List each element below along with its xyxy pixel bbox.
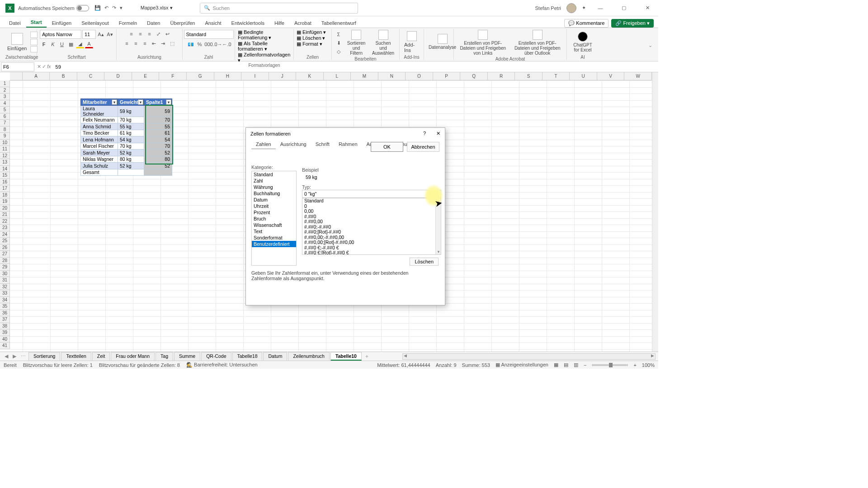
tab-acrobat[interactable]: Acrobat (290, 19, 316, 28)
filter-icon[interactable]: ▾ (138, 99, 143, 105)
maximize-button[interactable]: ▢ (615, 1, 633, 15)
delete-cells-button[interactable]: ▦ Löschen ▾ (297, 35, 325, 41)
delete-button[interactable]: Löschen (410, 258, 439, 266)
row-header-5[interactable]: 5 (0, 107, 9, 113)
percent-icon[interactable]: % (196, 40, 204, 48)
row-header-4[interactable]: 4 (0, 100, 9, 107)
align-center-icon[interactable]: ≡ (132, 39, 140, 47)
format-item[interactable]: #.##0 €;[Rot]-#.##0 € (302, 250, 441, 255)
accounting-icon[interactable]: 💶 (187, 40, 195, 48)
sheet-tab[interactable]: Tabelle18 (232, 352, 263, 361)
col-header-K[interactable]: K (296, 72, 324, 80)
col-header-C[interactable]: C (77, 72, 105, 80)
italic-icon[interactable]: K (49, 40, 57, 48)
border-icon[interactable]: ▦ (67, 40, 75, 48)
comma-icon[interactable]: 000 (205, 40, 213, 48)
row-header-21[interactable]: 21 (0, 211, 9, 218)
row-header-39[interactable]: 39 (0, 329, 9, 336)
autosave-toggle[interactable]: Automatisches Speichern (18, 5, 89, 11)
row-header-26[interactable]: 26 (0, 244, 9, 251)
row-header-25[interactable]: 25 (0, 238, 9, 244)
format-item[interactable]: #.##0,00;[Rot]-#.##0,00 (302, 240, 441, 245)
user-name[interactable]: Stefan Petri (535, 5, 561, 11)
format-item[interactable]: #.##0,00 (302, 219, 441, 225)
ok-button[interactable]: OK (371, 142, 403, 152)
row-header-16[interactable]: 16 (0, 179, 9, 186)
category-item[interactable]: Buchhaltung (252, 190, 296, 197)
filter-icon[interactable]: ▾ (112, 99, 117, 105)
format-item[interactable]: Standard (302, 198, 441, 204)
undo-icon[interactable]: ↶ (104, 5, 108, 11)
sparkle-icon[interactable]: ✦ (582, 5, 586, 11)
row-header-32[interactable]: 32 (0, 284, 9, 291)
comments-button[interactable]: 💬 Kommentare (564, 19, 609, 28)
row-header-2[interactable]: 2 (0, 87, 9, 94)
insert-cells-button[interactable]: ▦ Einfügen ▾ (297, 29, 326, 35)
tab-formeln[interactable]: Formeln (114, 19, 142, 28)
align-top-icon[interactable]: ≡ (127, 30, 136, 38)
row-header-1[interactable]: 1 (0, 80, 9, 87)
category-item[interactable]: Text (252, 228, 296, 235)
row-header-38[interactable]: 38 (0, 323, 9, 330)
category-item[interactable]: Zahl (252, 178, 296, 184)
row-header-15[interactable]: 15 (0, 172, 9, 179)
row-header-19[interactable]: 19 (0, 198, 9, 205)
acrobat-create-share-outlook-button[interactable]: Erstellen von PDF-Dateien und Freigeben … (511, 29, 564, 56)
format-item[interactable]: #.##0;[Rot]-#.##0 (302, 230, 441, 235)
sheet-tab[interactable]: Sortierung (28, 352, 60, 361)
increase-font-icon[interactable]: A▴ (97, 30, 105, 38)
share-button[interactable]: 🔗 Freigeben ▾ (611, 19, 654, 28)
col-header-I[interactable]: I (241, 72, 269, 80)
wrap-text-icon[interactable]: ↩ (164, 30, 172, 38)
row-header-36[interactable]: 36 (0, 310, 9, 317)
font-size-combo[interactable]: 11 (82, 30, 96, 39)
category-item[interactable]: Bruch (252, 216, 296, 222)
sheet-nav-prev-icon[interactable]: ◀ (3, 353, 10, 359)
category-item[interactable]: Standard (252, 171, 296, 178)
help-icon[interactable]: ? (420, 129, 429, 138)
tab-überprüfen[interactable]: Überprüfen (165, 19, 199, 28)
new-sheet-icon[interactable]: ＋ (363, 353, 371, 360)
zoom-slider[interactable] (592, 364, 628, 366)
col-header-A[interactable]: A (23, 72, 50, 80)
sheet-tab[interactable]: Zeilenumbruch (288, 352, 329, 361)
dialog-close-icon[interactable]: ✕ (433, 129, 443, 138)
tab-seitenlayout[interactable]: Seitenlayout (77, 19, 113, 28)
tab-hilfe[interactable]: Hilfe (270, 19, 289, 28)
tab-datei[interactable]: Datei (5, 19, 25, 28)
fill-color-icon[interactable]: ◢ (76, 40, 84, 48)
vertical-scrollbar[interactable] (652, 72, 658, 352)
sheet-tab[interactable]: Frau oder Mann (111, 352, 155, 361)
close-button[interactable]: ✕ (638, 1, 656, 15)
row-header-30[interactable]: 30 (0, 271, 9, 277)
row-header-24[interactable]: 24 (0, 231, 9, 238)
formula-input[interactable]: 59 (53, 64, 658, 70)
format-item[interactable]: 0,00 (302, 209, 441, 214)
clear-icon[interactable]: ◇ (335, 47, 343, 56)
align-bottom-icon[interactable]: ≡ (146, 30, 154, 38)
sort-filter-button[interactable]: Sortieren und Filtern (344, 29, 368, 56)
find-select-button[interactable]: Suchen und Auswählen (370, 29, 396, 56)
row-header-27[interactable]: 27 (0, 251, 9, 258)
view-normal-icon[interactable]: ▦ (554, 362, 558, 368)
col-header-R[interactable]: R (488, 72, 515, 80)
row-header-33[interactable]: 33 (0, 290, 9, 297)
increase-decimal-icon[interactable]: .0→ (214, 40, 222, 48)
col-header-T[interactable]: T (542, 72, 570, 80)
orientation-icon[interactable]: ⤢ (155, 30, 163, 38)
decrease-font-icon[interactable]: A▾ (106, 30, 114, 38)
filter-icon[interactable]: ▾ (166, 99, 171, 105)
avatar[interactable] (566, 3, 576, 13)
row-header-8[interactable]: 8 (0, 127, 9, 133)
row-header-10[interactable]: 10 (0, 140, 9, 146)
tab-ansicht[interactable]: Ansicht (200, 19, 226, 28)
tab-start[interactable]: Start (26, 18, 47, 28)
col-header-S[interactable]: S (515, 72, 542, 80)
enter-formula-icon[interactable]: ✓ (42, 64, 46, 70)
category-item[interactable]: Sonderformat (252, 235, 296, 241)
display-settings-button[interactable]: ▦ Anzeigeeinstellungen (495, 362, 548, 368)
col-header-H[interactable]: H (214, 72, 242, 80)
row-header-12[interactable]: 12 (0, 153, 9, 160)
view-page-break-icon[interactable]: ▥ (574, 362, 578, 368)
dialog-tab-ausrichtung[interactable]: Ausrichtung (276, 140, 311, 149)
